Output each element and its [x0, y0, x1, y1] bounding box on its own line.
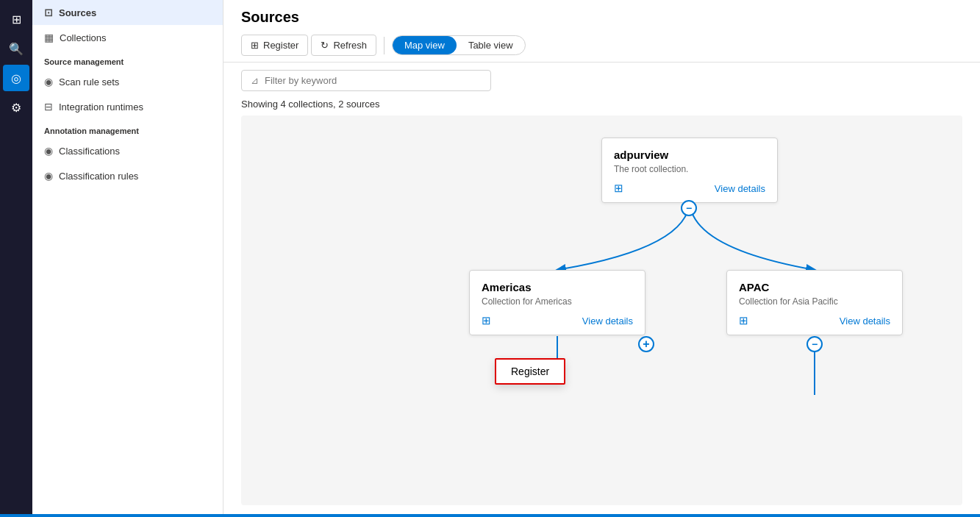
sidebar-item-classifications[interactable]: ◉ Classifications	[32, 138, 223, 163]
scan-rule-sets-icon: ◉	[44, 76, 53, 88]
map-view-button[interactable]: Map view	[393, 36, 457, 54]
source-management-section: Source management	[32, 50, 223, 69]
sidebar-classifications-label: Classifications	[59, 146, 120, 157]
americas-card-footer: ⊞ View details	[482, 314, 633, 327]
americas-expand-button[interactable]: +	[638, 336, 654, 352]
sidebar-item-classification-rules[interactable]: ◉ Classification rules	[32, 163, 223, 188]
root-collapse-button[interactable]: −	[681, 200, 697, 216]
sidebar-item-integration-runtimes[interactable]: ⊟ Integration runtimes	[32, 94, 223, 119]
filter-input[interactable]	[265, 75, 482, 86]
apac-card-title: APAC	[739, 281, 890, 293]
main-header: Sources ⊞ Register ↻ Refresh Map view Ta…	[223, 0, 980, 63]
register-icon: ⊞	[251, 40, 259, 51]
root-card-title: adpurview	[614, 149, 765, 161]
apac-card-footer: ⊞ View details	[739, 314, 890, 327]
page-title: Sources	[241, 9, 962, 26]
sidebar-item-scan-rule-sets[interactable]: ◉ Scan rule sets	[32, 69, 223, 94]
americas-grid-icon: ⊞	[482, 314, 491, 327]
integration-runtimes-icon: ⊟	[44, 101, 53, 113]
root-collection-card: adpurview The root collection. ⊞ View de…	[601, 138, 778, 203]
americas-view-details-link[interactable]: View details	[582, 315, 633, 327]
toolbar: ⊞ Register ↻ Refresh Map view Table view	[241, 35, 962, 56]
apac-collection-card: APAC Collection for Asia Pacific ⊞ View …	[726, 270, 903, 335]
collections-icon: ▦	[44, 32, 54, 43]
filter-icon: ⊿	[251, 75, 259, 86]
sidebar-collections-label: Collections	[60, 32, 107, 43]
apac-view-details-link[interactable]: View details	[840, 315, 890, 327]
apac-collapse-button[interactable]: −	[806, 336, 823, 352]
register-label: Register	[263, 40, 298, 51]
sidebar-integration-runtimes-label: Integration runtimes	[59, 101, 143, 113]
sidebar-item-collections[interactable]: ▦ Collections	[32, 25, 223, 50]
refresh-icon: ↻	[321, 40, 329, 51]
sidebar-item-sources[interactable]: ⊡ Sources	[32, 0, 223, 25]
sidebar: ⊡ Sources ▦ Collections Source managemen…	[32, 0, 223, 517]
annotation-management-section: Annotation management	[32, 119, 223, 138]
root-card-footer: ⊞ View details	[614, 182, 765, 195]
register-popup-label: Register	[511, 366, 549, 377]
filter-bar: ⊿	[223, 63, 980, 99]
icon-rail: ⊞ 🔍 ◎ ⚙	[0, 0, 32, 517]
view-toggle: Map view Table view	[392, 35, 526, 55]
root-view-details-link[interactable]: View details	[715, 183, 765, 194]
apac-grid-icon: ⊞	[739, 314, 748, 327]
showing-text: Showing 4 collections, 2 sources	[223, 99, 980, 115]
catalog-icon[interactable]: 🔍	[3, 35, 29, 62]
refresh-label: Refresh	[333, 40, 367, 51]
filter-input-wrapper[interactable]: ⊿	[241, 70, 491, 91]
bottom-bar	[0, 514, 980, 517]
apac-card-subtitle: Collection for Asia Pacific	[739, 296, 890, 307]
sidebar-classification-rules-label: Classification rules	[59, 171, 138, 182]
americas-card-title: Americas	[482, 281, 633, 293]
classifications-icon: ◉	[44, 145, 53, 157]
table-view-button[interactable]: Table view	[457, 36, 525, 54]
classification-rules-icon: ◉	[44, 170, 53, 182]
manage-icon[interactable]: ⚙	[3, 94, 29, 121]
insights-icon[interactable]: ◎	[3, 65, 29, 91]
root-grid-icon: ⊞	[614, 182, 623, 195]
americas-collection-card: Americas Collection for Americas ⊞ View …	[469, 270, 645, 335]
americas-card-subtitle: Collection for Americas	[482, 296, 633, 307]
main-content: Sources ⊞ Register ↻ Refresh Map view Ta…	[223, 0, 980, 517]
register-button[interactable]: ⊞ Register	[241, 35, 308, 56]
toolbar-separator	[384, 37, 385, 54]
sidebar-scan-rule-sets-label: Scan rule sets	[59, 76, 119, 88]
register-popup[interactable]: Register	[495, 358, 565, 385]
root-card-subtitle: The root collection.	[614, 164, 765, 174]
sources-icon: ⊡	[44, 7, 53, 18]
map-area: adpurview The root collection. ⊞ View de…	[241, 115, 962, 505]
home-icon[interactable]: ⊞	[3, 6, 29, 32]
refresh-button[interactable]: ↻ Refresh	[311, 35, 376, 56]
sidebar-sources-label: Sources	[59, 7, 96, 18]
